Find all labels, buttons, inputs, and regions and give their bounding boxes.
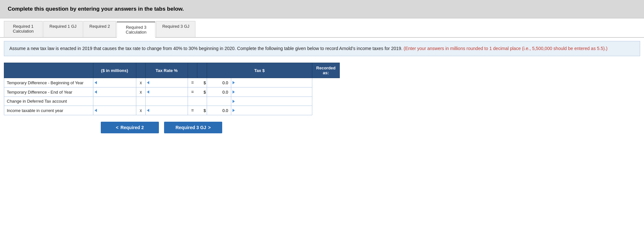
left-arrow-rate-4 (147, 109, 149, 112)
rate-input-4[interactable] (149, 107, 187, 114)
recorded-input-4[interactable] (235, 107, 312, 114)
row-label-1: Temporary Difference - Beginning of Year (4, 78, 93, 87)
tab-req1calc[interactable]: Required 1 Calculation (4, 21, 43, 37)
operator-cell-3 (136, 97, 145, 106)
rate-input-1[interactable] (149, 80, 187, 86)
dollar-cell-1: $ (197, 78, 207, 87)
recorded-input-1[interactable] (235, 80, 312, 86)
operator-cell-4: x (136, 106, 145, 115)
chevron-left-icon (116, 125, 119, 130)
table-row: Income taxable in current year x (4, 106, 340, 115)
amount-cell-4 (93, 106, 136, 115)
col-header-spacer3 (197, 63, 207, 78)
amount-input-1[interactable] (97, 80, 136, 86)
col-header-label (4, 63, 93, 78)
dollar-cell-2: $ (197, 87, 207, 97)
row-label-3: Change in Deferred Tax account (4, 97, 93, 106)
left-arrow-rate-1 (147, 81, 149, 84)
tabs-container: Required 1 Calculation Required 1 GJ Req… (0, 18, 644, 38)
prev-button-label: Required 2 (120, 125, 144, 130)
amount-input-2[interactable] (97, 89, 136, 95)
tab-req3calc[interactable]: Required 3 Calculation (117, 22, 155, 38)
calc-table: ($ in millions) Tax Rate % Tax $ Recorde… (4, 63, 340, 115)
value-cell-3 (207, 97, 231, 106)
table-row: Temporary Difference - Beginning of Year… (4, 78, 340, 87)
dollar-cell-4: $ (197, 106, 207, 115)
description-main: Assume a new tax law is enacted in 2019 … (9, 46, 404, 51)
prev-button[interactable]: Required 2 (101, 122, 159, 133)
col-header-tax-dollar: Tax $ (207, 63, 312, 78)
value-cell-1: 0.0 (207, 78, 231, 87)
amount-cell-3 (93, 97, 136, 106)
rate-cell-4 (146, 106, 188, 115)
left-arrow-amount-4 (95, 109, 97, 112)
recorded-cell-1 (231, 78, 312, 87)
equals-cell-4: = (188, 106, 197, 115)
rate-input-2[interactable] (149, 89, 187, 95)
nav-buttons: Required 2 Required 3 GJ (101, 122, 640, 133)
equals-cell-1: = (188, 78, 197, 87)
recorded-cell-4 (231, 106, 312, 115)
left-arrow-amount-2 (95, 90, 97, 94)
tab-req3gj[interactable]: Required 3 GJ (156, 21, 195, 37)
description-box: Assume a new tax law is enacted in 2019 … (4, 41, 640, 56)
recorded-cell-3 (231, 97, 312, 106)
tax-value-2: 0.0 (223, 90, 228, 95)
tax-value-4: 0.0 (223, 108, 228, 113)
table-row: Temporary Difference - End of Year x (4, 87, 340, 97)
equals-cell-3 (188, 97, 197, 106)
rate-cell-1 (146, 78, 188, 87)
col-header-spacer2 (188, 63, 197, 78)
col-header-spacer1 (136, 63, 145, 78)
table-row: Change in Deferred Tax account (4, 97, 340, 106)
col-header-tax-rate: Tax Rate % (146, 63, 188, 78)
left-arrow-rate-2 (147, 90, 149, 94)
operator-cell-1: x (136, 78, 145, 87)
next-button[interactable]: Required 3 GJ (164, 122, 222, 133)
right-arrow-recorded-1 (233, 81, 235, 84)
amount-input-4[interactable] (97, 107, 136, 114)
tax-value-1: 0.0 (223, 80, 228, 85)
amount-input-3[interactable] (93, 98, 136, 104)
description-red: (Enter your answers in millions rounded … (404, 46, 608, 51)
next-button-label: Required 3 GJ (175, 125, 206, 130)
equals-cell-2: = (188, 87, 197, 97)
page-instruction: Complete this question by entering your … (8, 6, 636, 12)
tab-req2[interactable]: Required 2 (83, 21, 116, 37)
col-header-recorded: Recorded as: (312, 63, 340, 78)
rate-cell-2 (146, 87, 188, 97)
recorded-cell-2 (231, 87, 312, 97)
recorded-input-2[interactable] (235, 89, 312, 95)
amount-cell-1 (93, 78, 136, 87)
operator-cell-2: x (136, 87, 145, 97)
dollar-cell-3 (197, 97, 207, 106)
tab-req1gj[interactable]: Required 1 GJ (43, 21, 83, 37)
right-arrow-recorded-3 (233, 100, 235, 103)
rate-input-3[interactable] (146, 98, 187, 104)
right-arrow-recorded-4 (233, 109, 235, 112)
col-header-amount: ($ in millions) (93, 63, 136, 78)
row-label-2: Temporary Difference - End of Year (4, 87, 93, 97)
main-content: ($ in millions) Tax Rate % Tax $ Recorde… (0, 59, 644, 140)
chevron-right-icon (208, 125, 211, 130)
left-arrow-amount-1 (95, 81, 97, 84)
right-arrow-recorded-2 (233, 90, 235, 94)
header-bar: Complete this question by entering your … (0, 0, 644, 18)
recorded-input-3[interactable] (235, 98, 312, 104)
rate-cell-3 (146, 97, 188, 106)
amount-cell-2 (93, 87, 136, 97)
value-cell-4: 0.0 (207, 106, 231, 115)
row-label-4: Income taxable in current year (4, 106, 93, 115)
value-cell-2: 0.0 (207, 87, 231, 97)
